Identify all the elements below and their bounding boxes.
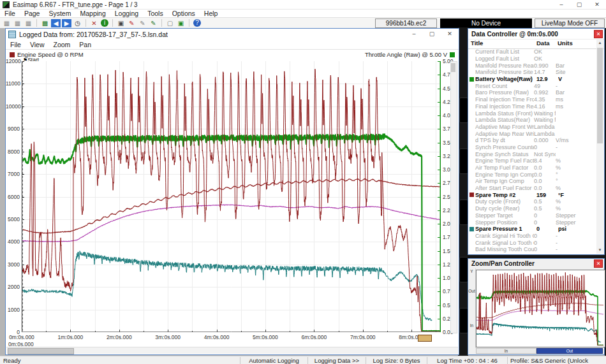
table-row-7[interactable]: Final Injection Time Front4.35ms (468, 96, 596, 103)
zoom-out-horizontal-button[interactable]: Out (536, 348, 603, 354)
scroll-down-icon[interactable]: ▼ (596, 247, 603, 254)
horizontal-scrollbar-thumb[interactable] (8, 348, 74, 354)
display-box-icon[interactable]: ▢ (165, 19, 175, 27)
menu-page[interactable]: Page (20, 10, 45, 17)
zoom-pan-vertical-track[interactable]: Y Out In (468, 268, 476, 348)
table-row-0[interactable]: Current Fault ListOK (468, 48, 596, 55)
table-row-25[interactable]: Stepper Position0Stepper (468, 219, 596, 226)
logged-minimize-button[interactable]: – (405, 30, 423, 38)
livemap-mode-button[interactable]: LiveMap Mode OFF (535, 18, 605, 28)
table-row-8[interactable]: Final Injection Time Rear4.16ms (468, 103, 596, 110)
map-edit-green-icon[interactable]: ✎ (149, 19, 158, 27)
row-title: Synch Pressure Counter (468, 144, 534, 150)
device-icon[interactable]: ▣ (116, 19, 126, 27)
menu-mapping[interactable]: Mapping (75, 10, 110, 17)
table-row-13[interactable]: d TPS by dt0.000V/ms (468, 137, 596, 144)
table-row-18[interactable]: Engine Temp Ign Comp0.0° (468, 171, 596, 178)
status-logging-data[interactable]: Logging Data >> (307, 357, 366, 364)
menu-help[interactable]: Help (200, 10, 223, 17)
table-row-16[interactable]: Engine Temp Fuel Factor8.4% (468, 157, 596, 164)
table-row-3[interactable]: Manifold Pressure Site Rear14.7Site (468, 69, 596, 76)
maximize-button[interactable]: ▢ (570, 1, 588, 9)
logged-menu-view[interactable]: View (26, 41, 49, 48)
chart-legend: Engine Speed @ 0 RPM Throttle Angle (Raw… (6, 50, 459, 59)
background-widget (459, 98, 468, 123)
ecu-file-button[interactable]: 996bb14b.ec2 (375, 18, 437, 28)
logged-menu-zoom[interactable]: Zoom (49, 41, 75, 48)
logged-data-window: Logged Data from: 20170528-17_37_57-.5.l… (5, 28, 459, 355)
table-row-24[interactable]: Stepper Target0Stepper (468, 212, 596, 219)
chart-horizontal-scrollbar[interactable] (6, 347, 458, 354)
table-row-20[interactable]: After Start Fuel Factor0.0% (468, 185, 596, 192)
table-row-2[interactable]: Manifold Pressure Rear Bar(Raw0.990Bar (468, 62, 596, 69)
help-icon[interactable]: ? (193, 19, 201, 27)
row-data: 8.4 (534, 157, 556, 164)
menu-tools[interactable]: Tools (143, 10, 168, 17)
row-title: Spare Pressure 1 (475, 226, 536, 232)
table-row-6[interactable]: Baro Pressure (Raw)0.992Bar (468, 89, 596, 96)
page-back-icon[interactable]: ◀ (51, 19, 61, 27)
table-row-21[interactable]: Spare Temp #2159°F (468, 191, 596, 198)
tools-icon[interactable]: ✕ (89, 19, 99, 27)
logged-menu-file[interactable]: File (6, 41, 26, 48)
logged-close-button[interactable]: ✕ (441, 30, 459, 38)
row-data: 0.5 (534, 198, 556, 205)
close-button[interactable]: ✕ (588, 1, 606, 9)
table-row-5[interactable]: Reset Count49- (468, 82, 596, 89)
status-automatic-logging: Automatic Logging (240, 357, 307, 364)
table-row-4[interactable]: Battery Voltage(Raw)12.9V (468, 76, 596, 83)
table-row-27[interactable]: Crank Signal Hi Tooth Count0- (468, 233, 596, 240)
table-row-14[interactable]: Synch Pressure Counter0- (468, 144, 596, 151)
data-controller-scrollbar[interactable]: ▲ ▼ (596, 40, 603, 254)
report-icon-3[interactable]: ▦ (24, 19, 33, 27)
table-row-22[interactable]: Duty cycle (Front)0.5% (468, 198, 596, 205)
scroll-up-icon[interactable]: ▲ (596, 40, 603, 47)
row-data: 0 (534, 240, 556, 246)
map-image-icon[interactable]: ▩ (40, 19, 50, 27)
left-tick-3000: 3000 (6, 261, 20, 268)
zoom-pan-close-button[interactable]: ✕ (594, 259, 603, 268)
device-status-indicator[interactable]: No Device (440, 18, 532, 28)
report-icon-1[interactable]: ▦ (2, 19, 11, 27)
table-row-23[interactable]: Duty cycle (Rear)0.5% (468, 205, 596, 212)
menu-file[interactable]: File (0, 10, 20, 17)
table-row-11[interactable]: Adaptive Map Front Write StatusLambda Co… (468, 124, 596, 131)
report-icon-2[interactable]: ▦ (13, 19, 22, 27)
table-row-15[interactable]: Engine Synch StatusNot Synche (468, 150, 596, 157)
table-row-29[interactable]: Bad Missing Tooth Count0- (468, 246, 596, 253)
menu-system[interactable]: System (44, 10, 75, 17)
zoom-in-horizontal-button[interactable]: In (476, 348, 536, 354)
menu-logging[interactable]: Logging (110, 10, 143, 17)
row-units: ° (556, 171, 589, 178)
zoom-pan-chart-canvas[interactable] (477, 270, 603, 346)
table-row-9[interactable]: Lambda Status (Front)Waiting for (468, 110, 596, 117)
clock-icon[interactable]: ◷ (73, 19, 82, 27)
table-row-19[interactable]: Air Temp Ign Comp0.0° (468, 178, 596, 185)
table-row-10[interactable]: Lambda Status(Rear)Waiting for (468, 117, 596, 124)
chart-vertical-scrollbar[interactable] (450, 61, 457, 333)
table-row-28[interactable]: Crank Signal Lo Tooth Count0- (468, 239, 596, 246)
logged-chart-canvas[interactable] (22, 61, 441, 332)
logged-maximize-button[interactable]: ▢ (423, 30, 441, 38)
map-edit-gray-icon[interactable]: ✎ (138, 19, 147, 27)
row-title: Lambda Status (Front) (468, 110, 534, 117)
status-ready: Ready (0, 357, 240, 364)
data-controller-close-button[interactable]: ✕ (594, 30, 603, 38)
table-row-26[interactable]: Spare Pressure 10psi (468, 226, 596, 233)
zoom-out-vertical-button[interactable]: Out (468, 289, 475, 293)
zoom-in-vertical-button[interactable]: In (468, 323, 475, 328)
table-row-17[interactable]: Air Temp Fuel Factor0.0% (468, 164, 596, 171)
map-edit-red-icon[interactable]: ✎ (127, 19, 137, 27)
table-row-1[interactable]: Logged Fault ListOK (468, 55, 596, 62)
page-forward-icon[interactable]: ▶ (62, 19, 71, 27)
vertical-scrollbar-thumb[interactable] (451, 63, 455, 72)
data-controller-scroll-thumb[interactable] (597, 48, 603, 143)
menu-options[interactable]: Options (168, 10, 200, 17)
table-row-12[interactable]: Adaptive Map Rear Write StatusLambda Cor (468, 130, 596, 137)
logged-menu-pan[interactable]: Pan (75, 41, 96, 48)
info-icon[interactable]: i (101, 19, 108, 27)
row-units: ° (556, 178, 589, 184)
minimize-button[interactable]: – (552, 1, 570, 9)
row-units: ms (556, 103, 589, 110)
display-box-green-icon[interactable]: ▣ (176, 19, 186, 27)
